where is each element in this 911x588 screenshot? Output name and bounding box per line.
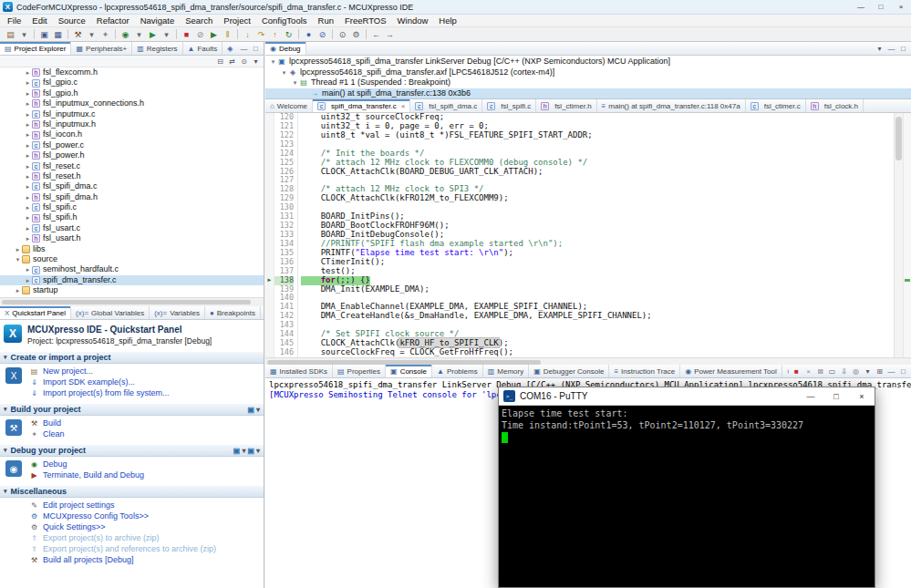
quickstart-import-sdk-example-s[interactable]: ⇓Import SDK example(s)... xyxy=(29,377,264,387)
quickstart-section-create-or-import-a-project[interactable]: ▾Create or import a project xyxy=(0,351,264,364)
chevron-right-icon[interactable]: ▸ xyxy=(24,171,32,181)
code-line[interactable]: sourceClockFreq = CLOCK_GetFroHfFreq(); xyxy=(301,348,894,357)
build-config-dropdown-icon[interactable]: ▾ xyxy=(256,406,260,414)
editor-tab-welcome[interactable]: ⌂Welcome xyxy=(265,99,313,112)
tree-item-fsl-inputmux-h[interactable]: ▸hfsl_inputmux.h xyxy=(0,119,264,129)
tree-item-spifi-dma-transfer-c[interactable]: ▸cspifi_dma_transfer.c xyxy=(0,275,264,285)
quickstart-tab-quickstart-panel[interactable]: XQuickstart Panel xyxy=(0,306,71,319)
chevron-right-icon[interactable]: ▸ xyxy=(24,161,32,171)
console-tab-search[interactable]: ⊙Search xyxy=(782,365,789,377)
chevron-down-icon[interactable]: ▾ xyxy=(14,254,22,264)
putty-maximize-icon[interactable]: □ xyxy=(823,387,849,405)
quickstart-tab-variables[interactable]: (x)=Variables xyxy=(150,306,205,319)
minimize-icon[interactable]: — xyxy=(851,0,871,14)
menu-freertos[interactable]: FreeRTOS xyxy=(339,15,392,26)
tree-item-fsl-gpio-c[interactable]: ▸cfsl_gpio.c xyxy=(0,77,264,88)
chevron-right-icon[interactable]: ▸ xyxy=(24,192,32,202)
build-dropdown-icon[interactable]: ▾ xyxy=(85,28,98,41)
scrollbar-thumb[interactable] xyxy=(895,117,902,160)
chevron-right-icon[interactable]: ▸ xyxy=(24,88,32,98)
menu-search[interactable]: Search xyxy=(180,15,218,26)
tree-item-fsl-usart-c[interactable]: ▸cfsl_usart.c xyxy=(0,223,264,233)
console-tab-power-measurement-tool[interactable]: ◉Power Measurement Tool xyxy=(680,365,782,377)
chevron-right-icon[interactable]: ▸ xyxy=(24,223,32,233)
quickstart-terminate-build-and-debug[interactable]: ▶Terminate, Build and Debug xyxy=(29,469,264,480)
console-tab-problems[interactable]: ▲Problems xyxy=(432,365,483,377)
chevron-right-icon[interactable]: ▸ xyxy=(24,129,32,139)
chevron-right-icon[interactable]: ▸ xyxy=(14,285,22,295)
quickstart-edit-project-settings[interactable]: ✎Edit project settings xyxy=(29,500,264,511)
quickstart-build[interactable]: ⚒Build xyxy=(29,418,264,428)
editor-horizontal-scrollbar[interactable] xyxy=(265,357,911,365)
debug-config-icon[interactable]: ▣ xyxy=(247,447,254,455)
terminate-icon[interactable]: ■ xyxy=(180,28,193,41)
quickstart-import-project-s-from-file-system[interactable]: ⇓Import project(s) from file system... xyxy=(29,387,264,398)
chevron-right-icon[interactable]: ▸ xyxy=(24,181,32,191)
run-dropdown-icon[interactable]: ▾ xyxy=(160,28,173,41)
chevron-right-icon[interactable]: ▸ xyxy=(24,98,32,108)
restart-icon[interactable]: ↻ xyxy=(282,28,295,41)
code-line[interactable]: CLOCK_AttachClk(BOARD_DEBUG_UART_CLK_ATT… xyxy=(301,168,894,177)
display-console-dropdown-icon[interactable]: ▾ xyxy=(863,367,873,376)
maximize-icon[interactable]: □ xyxy=(251,45,261,53)
run-icon[interactable]: ▶ xyxy=(146,28,160,41)
tree-item-fsl-spifi-h[interactable]: ▸hfsl_spifi.h xyxy=(0,212,264,222)
filter-icon[interactable]: ⊙ xyxy=(239,57,249,66)
tree-item-fsl-spifi-c[interactable]: ▸cfsl_spifi.c xyxy=(0,202,264,212)
debug-row-main-at-spifi-dma-transfer[interactable]: →main() at spifi_dma_transfer.c:138 0x3b… xyxy=(265,88,911,99)
scroll-lock-icon[interactable]: ⇩ xyxy=(839,367,849,376)
console-tab-properties[interactable]: ▤Properties xyxy=(333,365,386,377)
collapse-all-icon[interactable]: ⊟ xyxy=(215,57,225,66)
clear-console-icon[interactable]: ▭ xyxy=(827,367,837,376)
tree-item-fsl-inputmux-c[interactable]: ▸cfsl_inputmux.c xyxy=(0,109,264,119)
minimize-icon[interactable]: — xyxy=(886,45,896,53)
disconnect-icon[interactable]: ⊘ xyxy=(193,28,207,41)
code-line[interactable]: PRINTF("Elapse time test start: \r\n"); xyxy=(301,249,894,258)
putty-close-icon[interactable]: × xyxy=(849,387,875,405)
editor-tab-spifi-dma-transfer-c[interactable]: cspifi_dma_transfer.c× xyxy=(313,99,410,112)
view-menu-icon[interactable]: ▾ xyxy=(875,45,885,53)
chevron-right-icon[interactable]: ▸ xyxy=(24,150,32,160)
console-tab-installed-sdks[interactable]: ▦Installed SDKs xyxy=(265,365,333,377)
step-into-icon[interactable]: ↓ xyxy=(241,28,254,41)
external-tools-icon[interactable]: ⚙ xyxy=(349,28,363,41)
save-all-icon[interactable]: ▦ xyxy=(51,28,65,41)
chevron-right-icon[interactable]: ▸ xyxy=(24,77,32,88)
code-line[interactable]: uint8_t *val = (uint8_t *)FSL_FEATURE_SP… xyxy=(301,131,894,140)
tree-item-fsl-iocon-h[interactable]: ▸hfsl_iocon.h xyxy=(0,129,264,139)
quickstart-tab-global-variables[interactable]: (x)=Global Variables xyxy=(71,306,150,319)
tree-item-startup[interactable]: ▸startup xyxy=(0,285,264,295)
menu-file[interactable]: File xyxy=(2,15,26,26)
explorer-tab-symbol-viewer[interactable]: ◈Symbol Viewer xyxy=(223,42,236,55)
quickstart-build-all-projects-debug[interactable]: ⚒Build all projects [Debug] xyxy=(29,554,264,565)
tree-item-source[interactable]: ▾source xyxy=(0,254,264,264)
quickstart-mcuxpresso-config-tools[interactable]: ⚙MCUXpresso Config Tools>> xyxy=(29,511,264,521)
debug-tab-debug[interactable]: ◉Debug xyxy=(265,42,306,55)
code-line[interactable]: CTimerInit(); xyxy=(301,258,894,267)
back-icon[interactable]: ← xyxy=(369,28,383,41)
maximize-icon[interactable]: □ xyxy=(871,0,891,14)
tree-item-libs[interactable]: ▸libs xyxy=(0,244,264,254)
pin-console-icon[interactable]: ◎ xyxy=(851,367,861,376)
menu-run[interactable]: Run xyxy=(313,15,339,26)
code-area[interactable]: uint32_t sourceClockFreq; uint32_t i = 0… xyxy=(298,113,894,357)
suspend-icon[interactable]: ‖ xyxy=(221,28,234,41)
tree-item-fsl-gpio-h[interactable]: ▸hfsl_gpio.h xyxy=(0,88,264,98)
editor-tab-fsl-ctimer-c[interactable]: cfsl_ctimer.c xyxy=(746,99,806,112)
quickstart-export-project-s-to-archive-zip[interactable]: ⇑Export project(s) to archive (zip) xyxy=(29,532,264,543)
chevron-right-icon[interactable]: ▸ xyxy=(24,275,32,285)
tree-item-fsl-spifi-dma-h[interactable]: ▸hfsl_spifi_dma.h xyxy=(0,192,264,202)
chevron-right-icon[interactable]: ▸ xyxy=(24,140,32,150)
save-icon[interactable]: ▣ xyxy=(37,28,51,41)
chevron-right-icon[interactable]: ▸ xyxy=(24,264,32,274)
quickstart-section-debug-your-project[interactable]: ▾Debug your project▣▾▣▾ xyxy=(0,444,264,457)
step-over-icon[interactable]: ↷ xyxy=(254,28,268,41)
maximize-icon[interactable]: □ xyxy=(898,367,908,376)
console-tab-instruction-trace[interactable]: ≡Instruction Trace xyxy=(609,365,680,377)
clean-icon[interactable]: ✦ xyxy=(98,28,112,41)
chevron-right-icon[interactable]: ▸ xyxy=(14,244,22,254)
chevron-right-icon[interactable]: ▸ xyxy=(24,212,32,222)
putty-terminal[interactable]: Elapse time test start:Time instand:tPoi… xyxy=(499,406,875,587)
chevron-down-icon[interactable]: ▾ xyxy=(291,77,299,88)
code-line[interactable]: DMA_CreateHandle(&s_DmaHandle, EXAMPLE_D… xyxy=(301,312,894,321)
